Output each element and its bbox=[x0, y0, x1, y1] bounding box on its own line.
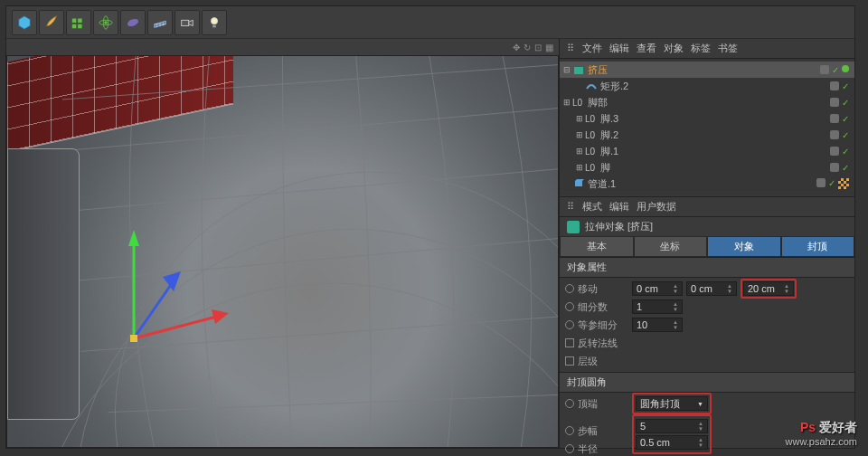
hierarchy-row[interactable]: 管道.1✓ bbox=[560, 176, 854, 192]
plane-icon[interactable] bbox=[147, 10, 173, 35]
visibility-tag-icon[interactable] bbox=[830, 147, 839, 156]
tab-basic[interactable]: 基本 bbox=[560, 236, 634, 257]
svg-text:L0: L0 bbox=[585, 114, 596, 124]
menu-grip-icon[interactable]: ⠿ bbox=[567, 43, 575, 54]
material-tag-icon[interactable] bbox=[838, 178, 849, 189]
hierarchy-label[interactable]: 矩形.2 bbox=[600, 80, 830, 93]
svg-rect-16 bbox=[130, 335, 137, 342]
tree-toggle-icon[interactable]: ⊟ bbox=[561, 65, 572, 74]
hierarchy-label[interactable]: 脚部 bbox=[588, 96, 830, 109]
tree-toggle-icon[interactable]: ⊞ bbox=[574, 163, 585, 172]
viewport-rotate-icon[interactable]: ↻ bbox=[524, 43, 531, 52]
start-cap-dropdown[interactable]: 圆角封顶▼ bbox=[636, 396, 708, 411]
prop-radius1-label: 半径 bbox=[565, 442, 628, 456]
enable-tag-icon[interactable]: ✓ bbox=[842, 130, 849, 140]
attribute-tabs: 基本 坐标 对象 封顶 bbox=[560, 236, 854, 257]
hierarchy-label[interactable]: 脚 bbox=[600, 161, 830, 175]
svg-point-4 bbox=[104, 21, 108, 24]
enable-tag-icon[interactable]: ✓ bbox=[842, 147, 849, 157]
array-icon[interactable] bbox=[66, 10, 91, 35]
menu-file[interactable]: 文件 bbox=[582, 42, 602, 55]
camera-icon[interactable] bbox=[175, 10, 200, 35]
menu-object[interactable]: 对象 bbox=[664, 42, 684, 55]
bean-icon[interactable] bbox=[120, 10, 146, 35]
svg-point-9 bbox=[211, 17, 217, 24]
svg-rect-17 bbox=[574, 67, 583, 74]
move-z-input[interactable]: 20 cm bbox=[743, 281, 794, 296]
hierarchy-label[interactable]: 管道.1 bbox=[588, 177, 816, 191]
tree-toggle-icon[interactable]: ⊞ bbox=[574, 147, 585, 156]
tab-object[interactable]: 对象 bbox=[707, 236, 781, 257]
atom-icon[interactable] bbox=[93, 10, 118, 35]
null-icon: L0 bbox=[585, 128, 598, 141]
light-icon[interactable] bbox=[202, 10, 227, 35]
enable-tag-icon[interactable]: ✓ bbox=[832, 65, 839, 75]
iso-input[interactable]: 10 bbox=[632, 318, 683, 332]
tree-toggle-icon[interactable]: ⊞ bbox=[574, 130, 585, 139]
svg-marker-13 bbox=[212, 309, 229, 324]
hierarchy-row[interactable]: ⊞L0脚.3✓ bbox=[560, 110, 854, 127]
hierarchy-row[interactable]: ⊞L0脚✓ bbox=[560, 159, 854, 176]
gizmo-axis[interactable] bbox=[107, 221, 233, 366]
visibility-tag-icon[interactable] bbox=[830, 81, 839, 90]
section-cap-props: 封顶圆角 bbox=[560, 372, 854, 393]
viewport-zoom-icon[interactable]: ⊡ bbox=[534, 43, 542, 52]
enable-tag-icon[interactable]: ✓ bbox=[842, 98, 849, 108]
hierarchy-row[interactable]: ⊟挤压✓ bbox=[560, 62, 854, 78]
radius1-input[interactable]: 0.5 cm bbox=[636, 435, 708, 450]
move-x-input[interactable]: 0 cm bbox=[632, 281, 683, 296]
svg-point-7 bbox=[127, 17, 139, 27]
enable-tag-icon[interactable]: ✓ bbox=[842, 163, 849, 173]
object-hierarchy[interactable]: ⊟挤压✓矩形.2✓⊞L0脚部✓⊞L0脚.3✓⊞L0脚.2✓⊞L0脚.1✓⊞L0脚… bbox=[560, 59, 854, 195]
step1-input[interactable]: 5 bbox=[636, 419, 708, 433]
extrude-icon bbox=[572, 63, 585, 76]
tab-coord[interactable]: 坐标 bbox=[634, 236, 708, 257]
enable-tag-icon[interactable]: ✓ bbox=[828, 178, 835, 189]
menu-userdata[interactable]: 用户数据 bbox=[637, 200, 676, 214]
hierarchy-row[interactable]: ⊞L0脚部✓ bbox=[560, 94, 854, 110]
menu-view[interactable]: 查看 bbox=[637, 42, 656, 55]
visibility-tag-icon[interactable] bbox=[830, 130, 839, 139]
hierarchy-row[interactable]: 矩形.2✓ bbox=[560, 78, 854, 94]
hierarchy-label[interactable]: 脚.2 bbox=[600, 128, 830, 142]
hierarchy-label[interactable]: 挤压 bbox=[588, 63, 820, 77]
hierarchy-label[interactable]: 脚.1 bbox=[600, 145, 830, 158]
hierarchy-row[interactable]: ⊞L0脚.2✓ bbox=[560, 127, 854, 143]
menu-tags[interactable]: 标签 bbox=[691, 42, 711, 55]
visibility-tag-icon[interactable] bbox=[816, 178, 826, 187]
subdiv-input[interactable]: 1 bbox=[632, 299, 683, 314]
section-object-props: 对象属性 bbox=[560, 257, 854, 278]
viewport-move-icon[interactable]: ✥ bbox=[513, 43, 520, 52]
svg-text:L0: L0 bbox=[572, 98, 583, 108]
visibility-tag-icon[interactable] bbox=[820, 65, 829, 74]
visibility-tag-icon[interactable] bbox=[830, 114, 839, 123]
prop-step1-label: 步幅 bbox=[565, 424, 628, 438]
viewport-3d[interactable] bbox=[6, 55, 559, 448]
viewport-frame-icon[interactable]: ▦ bbox=[545, 43, 553, 52]
menu-grip-icon[interactable]: ⠿ bbox=[567, 201, 575, 213]
null-icon: L0 bbox=[572, 96, 585, 109]
visibility-tag-icon[interactable] bbox=[830, 163, 839, 172]
watermark: Ps 爱好者 www.psahz.com bbox=[786, 420, 857, 447]
enable-tag-icon[interactable]: ✓ bbox=[842, 114, 849, 124]
tree-toggle-icon[interactable]: ⊞ bbox=[561, 98, 572, 107]
menu-edit2[interactable]: 编辑 bbox=[609, 200, 629, 214]
tree-toggle-icon[interactable]: ⊞ bbox=[574, 114, 585, 123]
visibility-tag-icon[interactable] bbox=[830, 98, 839, 107]
move-y-input[interactable]: 0 cm bbox=[686, 281, 737, 296]
hierarchy-row[interactable]: ⊞L0脚.1✓ bbox=[560, 143, 854, 159]
menu-mode[interactable]: 模式 bbox=[582, 200, 602, 214]
menu-edit[interactable]: 编辑 bbox=[609, 42, 629, 55]
svg-text:L0: L0 bbox=[585, 147, 596, 157]
tube-icon bbox=[572, 177, 585, 190]
enable-tag-icon[interactable]: ✓ bbox=[842, 81, 849, 91]
render-tag-icon[interactable] bbox=[842, 65, 849, 72]
prop-start-label: 顶端 bbox=[565, 397, 628, 411]
cube-icon[interactable] bbox=[12, 10, 37, 35]
prop-hier-label: 层级 bbox=[565, 355, 628, 368]
menu-bookmarks[interactable]: 书签 bbox=[718, 42, 738, 55]
object-manager-menu: ⠿ 文件 编辑 查看 对象 标签 书签 bbox=[560, 39, 854, 59]
tab-cap[interactable]: 封顶 bbox=[781, 236, 855, 257]
brush-icon[interactable] bbox=[39, 10, 64, 35]
hierarchy-label[interactable]: 脚.3 bbox=[600, 112, 830, 126]
